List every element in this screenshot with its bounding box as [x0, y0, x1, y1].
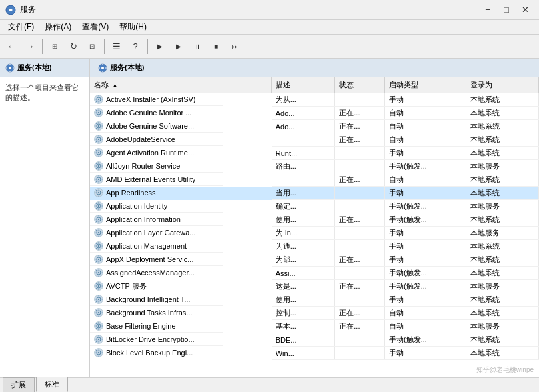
- service-desc-cell: 使用...: [272, 213, 335, 227]
- pause-button[interactable]: ⏸: [189, 38, 206, 55]
- svg-point-1: [9, 9, 12, 11]
- service-desc-cell: 为通...: [272, 240, 335, 253]
- stop-button[interactable]: ■: [207, 38, 225, 55]
- service-startup-cell: 手动: [385, 227, 466, 240]
- table-row[interactable]: App Readiness当用...手动本地系统: [90, 187, 539, 200]
- menu-view[interactable]: 查看(V): [77, 20, 114, 34]
- table-row[interactable]: Adobe Genuine Software...Ado...正在...自动本地…: [90, 120, 539, 133]
- table-row[interactable]: Application Management为通...手动本地系统: [90, 240, 539, 253]
- svg-point-56: [98, 311, 99, 313]
- table-row[interactable]: Application Identity确定...手动(触发...本地服务: [90, 200, 539, 213]
- col-startup[interactable]: 启动类型: [385, 77, 466, 93]
- svg-point-41: [98, 245, 99, 246]
- service-logon-cell: 本地系统: [466, 347, 539, 360]
- table-row[interactable]: AssignedAccessManager...Assi...手动(触发...本…: [90, 267, 539, 280]
- service-startup-cell: 手动(触发...: [385, 333, 466, 347]
- service-startup-cell: 手动: [385, 253, 466, 267]
- table-row[interactable]: Agent Activation Runtime...Runt...手动本地系统: [90, 147, 539, 160]
- restart-button[interactable]: ⏭: [226, 38, 243, 55]
- tab-expand[interactable]: 扩展: [3, 377, 35, 392]
- menu-bar: 文件(F) 操作(A) 查看(V) 帮助(H): [0, 20, 539, 35]
- table-row[interactable]: Base Filtering Engine基本...正在...自动本地服务: [90, 320, 539, 333]
- service-logon-cell: 本地系统: [466, 173, 539, 187]
- play-button[interactable]: ▶: [151, 38, 169, 55]
- menu-file[interactable]: 文件(F): [3, 20, 39, 34]
- table-row[interactable]: ActiveX Installer (AxInstSV)为从...手动本地系统: [90, 93, 539, 107]
- service-status-cell: [335, 200, 385, 213]
- left-panel: 服务(本地) 选择一个项目来查看它的描述。: [0, 59, 90, 377]
- table-row[interactable]: Block Level Backup Engi...Win...手动本地系统: [90, 347, 539, 360]
- service-name-cell: AppX Deployment Servic...: [90, 253, 223, 266]
- service-desc-cell: Assi...: [272, 267, 335, 280]
- service-name: App Readiness: [106, 189, 156, 197]
- table-row[interactable]: Application Layer Gatewa...为 In...手动本地服务: [90, 227, 539, 240]
- toolbar-separator-2: [104, 39, 105, 54]
- service-desc-cell: 控制...: [272, 307, 335, 320]
- svg-point-29: [98, 191, 99, 193]
- table-row[interactable]: BitLocker Drive Encryptio...BDE...手动(触发.…: [90, 333, 539, 347]
- service-desc-cell: Ado...: [272, 120, 335, 133]
- new-window-button[interactable]: ⊡: [83, 38, 101, 55]
- play2-button[interactable]: ▶: [170, 38, 187, 55]
- table-row[interactable]: AdobeUpdateService正在...自动本地系统: [90, 133, 539, 147]
- service-status-cell: [335, 160, 385, 173]
- table-row[interactable]: Background Tasks Infras...控制...正在...自动本地…: [90, 307, 539, 320]
- service-logon-cell: 本地系统: [466, 333, 539, 347]
- service-name: Application Layer Gatewa...: [106, 229, 196, 237]
- service-status-cell: 正在...: [335, 133, 385, 147]
- svg-point-62: [98, 338, 99, 339]
- col-desc[interactable]: 描述: [272, 77, 335, 93]
- title-bar-title: 服务: [20, 4, 479, 15]
- service-name-cell: Adobe Genuine Monitor ...: [90, 107, 223, 119]
- service-desc-cell: Ado...: [272, 107, 335, 120]
- col-logon[interactable]: 登录为: [466, 77, 539, 93]
- service-name-cell: ActiveX Installer (AxInstSV): [90, 93, 223, 106]
- menu-action[interactable]: 操作(A): [39, 20, 77, 34]
- service-logon-cell: 本地服务: [466, 320, 539, 333]
- service-logon-cell: 本地系统: [466, 107, 539, 120]
- service-status-cell: 正在...: [335, 213, 385, 227]
- col-name[interactable]: 名称 ▲: [90, 77, 272, 93]
- service-logon-cell: 本地系统: [466, 93, 539, 107]
- services-icon: [5, 63, 15, 73]
- service-startup-cell: 手动(触发...: [385, 213, 466, 227]
- show-hide-button[interactable]: ⊞: [46, 38, 63, 55]
- refresh-button[interactable]: ↻: [65, 38, 82, 55]
- table-row[interactable]: Background Intelligent T...使用...手动本地系统: [90, 293, 539, 307]
- properties-button[interactable]: ☰: [108, 38, 125, 55]
- table-row[interactable]: Application Information使用...正在...手动(触发..…: [90, 213, 539, 227]
- service-status-cell: [335, 347, 385, 360]
- service-name: Base Filtering Engine: [106, 322, 176, 330]
- sort-arrow-name: ▲: [112, 82, 118, 89]
- help-button[interactable]: ?: [127, 38, 144, 55]
- table-row[interactable]: AllJoyn Router Service路由...手动(触发...本地服务: [90, 160, 539, 173]
- svg-point-5: [101, 67, 104, 69]
- service-name: AssignedAccessManager...: [106, 269, 195, 277]
- service-status-cell: 正在...: [335, 320, 385, 333]
- menu-help[interactable]: 帮助(H): [114, 20, 152, 34]
- tab-standard[interactable]: 标准: [36, 377, 68, 392]
- service-startup-cell: 手动(触发...: [385, 267, 466, 280]
- svg-point-59: [98, 325, 99, 326]
- maximize-button[interactable]: □: [498, 1, 515, 19]
- table-row[interactable]: AVCTP 服务这是...正在...手动(触发...本地服务: [90, 280, 539, 293]
- close-button[interactable]: ✕: [516, 1, 534, 19]
- service-desc-cell: 路由...: [272, 160, 335, 173]
- service-startup-cell: 自动: [385, 320, 466, 333]
- col-status[interactable]: 状态: [335, 77, 385, 93]
- back-button[interactable]: ←: [3, 38, 20, 55]
- table-header-row: 名称 ▲ 描述 状态 启动类型 登录为: [90, 77, 539, 93]
- service-desc-cell: 为 In...: [272, 227, 335, 240]
- service-desc-cell: Runt...: [272, 147, 335, 160]
- service-name: ActiveX Installer (AxInstSV): [106, 95, 196, 103]
- services-table-container[interactable]: 名称 ▲ 描述 状态 启动类型 登录为: [90, 77, 539, 377]
- forward-button[interactable]: →: [21, 38, 39, 55]
- title-bar: 服务 − □ ✕: [0, 0, 539, 20]
- service-logon-cell: 本地系统: [466, 307, 539, 320]
- service-desc-cell: 为从...: [272, 93, 335, 107]
- minimize-button[interactable]: −: [479, 1, 496, 19]
- table-row[interactable]: AppX Deployment Servic...为部...正在...手动本地系…: [90, 253, 539, 267]
- table-row[interactable]: AMD External Events Utility正在...自动本地系统: [90, 173, 539, 187]
- table-row[interactable]: Adobe Genuine Monitor ...Ado...正在...自动本地…: [90, 107, 539, 120]
- service-logon-cell: 本地系统: [466, 213, 539, 227]
